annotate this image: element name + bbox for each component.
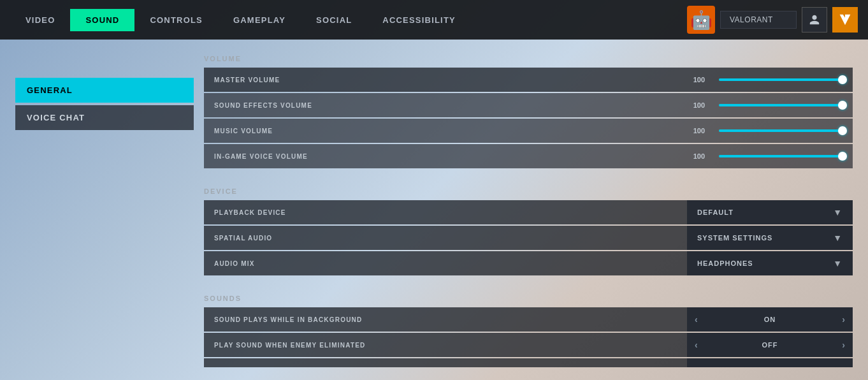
top-navigation: VIDEO SOUND CONTROLS GAMEPLAY SOCIAL ACC… (0, 0, 868, 40)
tab-controls[interactable]: CONTROLS (134, 9, 218, 31)
audio-mix-value: HEADPHONES (697, 259, 753, 267)
music-volume-track (719, 129, 846, 132)
sound-background-prev-arrow[interactable]: ‹ (695, 314, 698, 325)
sound-enemy-value: OFF (762, 341, 778, 349)
ingame-voice-volume-thumb (838, 152, 847, 161)
audio-mix-dropdown[interactable]: HEADPHONES ▼ (687, 251, 853, 275)
sound-teammate-toggle[interactable]: ‹ OFF › (687, 358, 853, 367)
nav-right-area: 🤖 VALORANT (687, 6, 858, 34)
nav-tab-list: VIDEO SOUND CONTROLS GAMEPLAY SOCIAL ACC… (10, 9, 471, 31)
master-volume-thumb (838, 75, 847, 84)
sound-effects-volume-value: 100 (681, 101, 712, 109)
sound-effects-volume-row: SOUND EFFECTS VOLUME 100 (204, 93, 853, 117)
sounds-section: SOUNDS SOUND PLAYS WHILE IN BACKGROUND ‹… (204, 292, 853, 367)
playback-device-arrow: ▼ (833, 207, 843, 217)
spatial-audio-row: SPATIAL AUDIO SYSTEM SETTINGS ▼ (204, 226, 853, 250)
sound-teammate-prev-arrow[interactable]: ‹ (695, 365, 698, 367)
spatial-audio-label: SPATIAL AUDIO (204, 235, 687, 242)
sound-effects-volume-fill (719, 104, 846, 106)
friend-icon-button[interactable] (802, 7, 827, 33)
ingame-voice-volume-slider[interactable] (712, 144, 853, 168)
master-volume-fill (719, 78, 846, 81)
sound-enemy-toggle[interactable]: ‹ OFF › (687, 333, 853, 357)
tab-accessibility[interactable]: ACCESSIBILITY (367, 9, 471, 31)
avatar: 🤖 (687, 6, 715, 34)
sounds-section-title: SOUNDS (204, 292, 853, 307)
sound-background-toggle[interactable]: ‹ ON › (687, 307, 853, 332)
sound-teammate-value: OFF (762, 367, 778, 367)
valorant-icon (839, 13, 851, 26)
playback-device-value: DEFAULT (697, 208, 734, 216)
master-volume-label: MASTER VOLUME (204, 77, 681, 84)
ingame-voice-volume-track (719, 155, 846, 157)
sound-teammate-row: PLAY SOUND WHEN TEAMMATE ELIMINATED ‹ OF… (204, 358, 853, 367)
ingame-voice-volume-row: IN-GAME VOICE VOLUME 100 (204, 144, 853, 168)
volume-section: VOLUME MASTER VOLUME 100 SOUND EFFECTS V… (204, 52, 853, 170)
spatial-audio-arrow: ▼ (833, 233, 843, 243)
spatial-audio-value: SYSTEM SETTINGS (697, 234, 772, 242)
tab-social[interactable]: SOCIAL (301, 9, 367, 31)
device-section-title: DEVICE (204, 185, 853, 200)
playback-device-row: PLAYBACK DEVICE DEFAULT ▼ (204, 200, 853, 224)
music-volume-thumb (838, 126, 847, 135)
tab-video[interactable]: VIDEO (10, 9, 70, 31)
main-content: GENERAL VOICE CHAT VOLUME MASTER VOLUME … (0, 40, 868, 380)
audio-mix-arrow: ▼ (833, 258, 843, 268)
spatial-audio-dropdown[interactable]: SYSTEM SETTINGS ▼ (687, 226, 853, 250)
sound-enemy-row: PLAY SOUND WHEN ENEMY ELIMINATED ‹ OFF › (204, 333, 853, 357)
tab-sound[interactable]: SOUND (70, 9, 134, 31)
ingame-voice-volume-fill (719, 155, 846, 157)
sound-teammate-next-arrow[interactable]: › (842, 365, 845, 367)
tab-gameplay[interactable]: GAMEPLAY (218, 9, 301, 31)
sound-background-label: SOUND PLAYS WHILE IN BACKGROUND (204, 316, 687, 323)
master-volume-row: MASTER VOLUME 100 (204, 68, 853, 92)
sound-effects-volume-slider[interactable] (712, 93, 853, 117)
music-volume-fill (719, 129, 846, 132)
playback-device-dropdown[interactable]: DEFAULT ▼ (687, 200, 853, 224)
audio-mix-row: AUDIO MIX HEADPHONES ▼ (204, 251, 853, 275)
settings-icon-button[interactable] (832, 7, 858, 33)
music-volume-label: MUSIC VOLUME (204, 128, 681, 135)
sound-enemy-prev-arrow[interactable]: ‹ (695, 340, 698, 350)
sound-effects-volume-thumb (838, 101, 847, 110)
music-volume-row: MUSIC VOLUME 100 (204, 119, 853, 143)
volume-section-title: VOLUME (204, 52, 853, 68)
sound-background-row: SOUND PLAYS WHILE IN BACKGROUND ‹ ON › (204, 307, 853, 332)
avatar-image: 🤖 (690, 10, 712, 31)
master-volume-track (719, 78, 846, 81)
audio-mix-label: AUDIO MIX (204, 260, 687, 267)
ingame-voice-volume-value: 100 (681, 152, 712, 160)
device-section: DEVICE PLAYBACK DEVICE DEFAULT ▼ SPATIAL… (204, 185, 853, 277)
master-volume-slider[interactable] (712, 68, 853, 92)
sidebar-item-general[interactable]: GENERAL (15, 78, 194, 103)
ingame-voice-volume-label: IN-GAME VOICE VOLUME (204, 153, 681, 160)
sidebar: GENERAL VOICE CHAT (15, 52, 194, 367)
sound-background-value: ON (764, 316, 776, 323)
sound-effects-volume-track (719, 104, 846, 106)
sound-background-next-arrow[interactable]: › (842, 314, 845, 325)
master-volume-value: 100 (681, 76, 712, 84)
music-volume-slider[interactable] (712, 119, 853, 143)
sidebar-item-voice-chat[interactable]: VOICE CHAT (15, 105, 194, 130)
playback-device-label: PLAYBACK DEVICE (204, 209, 687, 216)
sound-enemy-label: PLAY SOUND WHEN ENEMY ELIMINATED (204, 342, 687, 349)
sound-teammate-label: PLAY SOUND WHEN TEAMMATE ELIMINATED (204, 367, 687, 368)
sound-effects-volume-label: SOUND EFFECTS VOLUME (204, 102, 681, 109)
person-icon (809, 14, 820, 26)
username-display: VALORANT (720, 11, 797, 29)
sound-enemy-next-arrow[interactable]: › (842, 340, 845, 350)
settings-panel: VOLUME MASTER VOLUME 100 SOUND EFFECTS V… (204, 52, 853, 367)
music-volume-value: 100 (681, 127, 712, 135)
